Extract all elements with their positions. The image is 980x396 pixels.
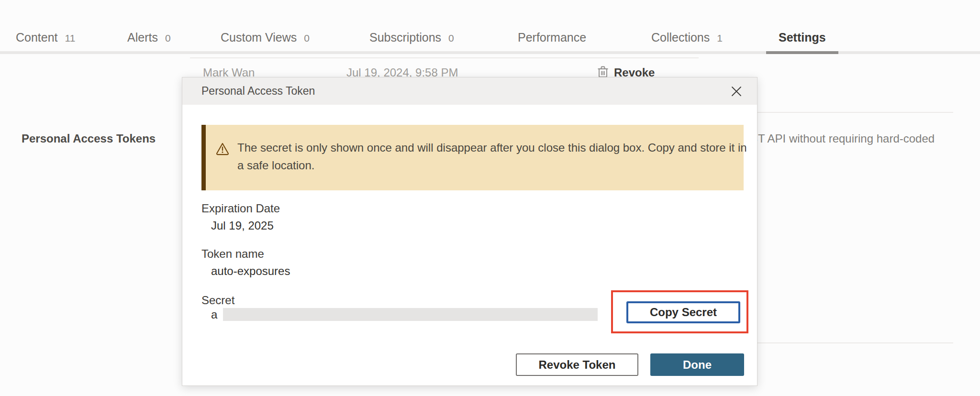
section-title: Personal Access Tokens <box>22 132 156 145</box>
tab-settings[interactable]: Settings <box>766 20 838 54</box>
done-button[interactable]: Done <box>650 353 744 376</box>
tab-count: 1 <box>717 33 723 43</box>
tab-label: Collections <box>651 32 710 44</box>
tab-content[interactable]: Content11 <box>3 20 88 54</box>
token-name-value: auto-exposures <box>211 265 290 277</box>
warning-text: The secret is only shown once and will d… <box>237 139 747 174</box>
tab-label: Alerts <box>127 32 158 44</box>
tab-custom-views[interactable]: Custom Views0 <box>208 20 322 54</box>
section-description-fragment: ST API without requiring hard-coded <box>750 132 935 145</box>
tab-label: Content <box>16 32 58 44</box>
dialog-title: Personal Access Token <box>201 85 729 98</box>
tab-count: 0 <box>448 33 454 43</box>
copy-secret-button[interactable]: Copy Secret <box>626 301 740 323</box>
tab-performance[interactable]: Performance <box>505 20 599 54</box>
warning-icon <box>215 142 230 158</box>
tab-label: Custom Views <box>221 32 297 44</box>
warning-banner: The secret is only shown once and will d… <box>201 125 744 190</box>
revoke-token-button[interactable]: Revoke Token <box>516 353 638 376</box>
tab-label: Performance <box>518 32 586 44</box>
table-row-divider <box>190 57 699 58</box>
tab-count: 0 <box>304 33 310 43</box>
tab-label: Settings <box>779 32 826 44</box>
tab-bar: Content11 Alerts0 Custom Views0 Subscrip… <box>0 0 980 54</box>
dialog-header: Personal Access Token <box>182 77 757 105</box>
secret-label: Secret <box>201 295 234 306</box>
token-name-label: Token name <box>201 248 264 260</box>
tab-collections[interactable]: Collections1 <box>639 20 735 54</box>
tab-count: 11 <box>65 33 76 43</box>
tab-count: 0 <box>165 33 171 43</box>
tab-label: Subscriptions <box>369 32 441 44</box>
personal-access-token-dialog: Personal Access Token The secret is only… <box>182 77 757 386</box>
secret-value-row: a <box>211 308 598 321</box>
expiration-date-value: Jul 19, 2025 <box>211 220 274 231</box>
close-icon[interactable] <box>729 84 744 99</box>
secret-visible-value: a <box>211 309 217 320</box>
secret-redacted-bar <box>223 308 598 321</box>
expiration-date-label: Expiration Date <box>201 203 280 214</box>
tab-alerts[interactable]: Alerts0 <box>115 20 183 54</box>
page: Content11 Alerts0 Custom Views0 Subscrip… <box>0 0 980 396</box>
tab-subscriptions[interactable]: Subscriptions0 <box>357 20 467 54</box>
